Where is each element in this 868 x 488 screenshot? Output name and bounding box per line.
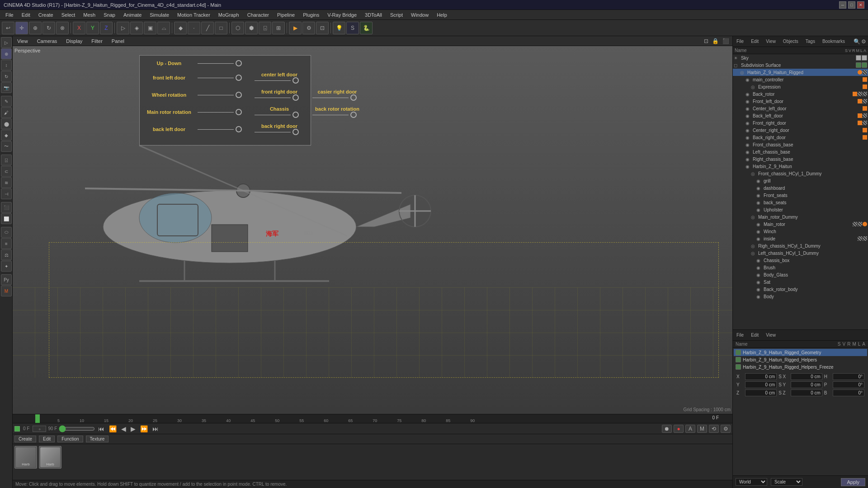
obj-item-upholster[interactable]: ◉ Upholster (733, 206, 868, 213)
menu-select[interactable]: Select (58, 11, 79, 19)
obj-search-icon[interactable]: 🔍 (854, 38, 860, 45)
obj-item-body-glass[interactable]: ◉ Body_Glass (733, 271, 868, 278)
ctrl-wheelrotation-slider[interactable] (198, 92, 242, 98)
tool-magnet[interactable]: ⊂ (1, 166, 12, 177)
attr-header-file[interactable]: File (735, 332, 745, 338)
scale-tool-button[interactable]: ⊕ (29, 22, 42, 34)
obj-item-back-left-door[interactable]: ◉ Back_left_door (733, 112, 868, 119)
tl-play-backward[interactable]: ◀ (120, 425, 127, 432)
tool-paint[interactable]: ⬤ (1, 118, 12, 129)
tool-spline[interactable]: 〜 (1, 141, 12, 152)
z-axis-button[interactable]: Z (100, 22, 113, 34)
restore-button[interactable]: □ (848, 1, 855, 9)
tl-settings-btn[interactable]: ⚙ (721, 425, 731, 433)
tl-play-forward[interactable]: ▶ (129, 425, 137, 432)
tl-next-frame[interactable]: ⏩ (139, 425, 149, 432)
menu-simulate[interactable]: Simulate (146, 11, 173, 19)
menu-motiontracker[interactable]: Motion Tracker (174, 11, 214, 19)
obj-item-front-chassis-dummy[interactable]: ◎ Front_chassis_HCyl_1_Dummy (733, 170, 868, 177)
tool-python[interactable]: Py (1, 274, 12, 285)
tool-selection[interactable]: ▷ (1, 37, 12, 48)
menu-3dtoall[interactable]: 3DToAll (361, 11, 386, 19)
attr-field-sz[interactable] (791, 389, 822, 396)
vp-lock-icon[interactable]: 🔒 (711, 38, 720, 45)
edges-btn[interactable]: ╱ (201, 22, 214, 34)
material-btn[interactable]: S (346, 22, 359, 34)
obj-header-view[interactable]: View (764, 38, 778, 45)
tl-prev-frame[interactable]: ⏪ (108, 425, 118, 432)
attr-field-sy[interactable] (791, 381, 822, 388)
bevel-btn[interactable]: ⬢ (245, 22, 258, 34)
bt-edit-btn[interactable]: Edit (39, 436, 55, 442)
ctrl-chassis-slider[interactable] (255, 112, 304, 118)
attr-field-p[interactable] (833, 381, 864, 388)
obj-item-front-right-door[interactable]: ◉ Front_right_door (733, 119, 868, 127)
vp-menu-cameras[interactable]: Cameras (34, 38, 60, 45)
obj-item-harbin-z9[interactable]: ◉ Harbin_Z_9_Haitun (733, 163, 868, 170)
menu-plugins[interactable]: Plugins (299, 11, 323, 19)
live-select-btn[interactable]: ◈ (130, 22, 143, 34)
loop-sel-btn[interactable]: ⊞ (272, 22, 285, 34)
ctrl-backrightdoor-slider[interactable] (255, 129, 304, 135)
ctrl-casierrightdoor-slider[interactable] (312, 94, 362, 101)
lasso-btn[interactable]: ⌓ (157, 22, 170, 34)
obj-item-sky[interactable]: ☀ Sky (733, 54, 868, 61)
tool-smooth[interactable]: ≋ (1, 177, 12, 188)
ctrl-backleftdoor-slider[interactable] (198, 126, 242, 132)
attr-world-select[interactable]: World (736, 478, 767, 486)
obj-header-file[interactable]: File (735, 38, 745, 45)
obj-item-inside[interactable]: ◉ inside (733, 235, 868, 242)
menu-create[interactable]: Create (35, 11, 57, 19)
vp-menu-filter[interactable]: Filter (89, 38, 105, 45)
attr-field-x[interactable] (745, 373, 777, 380)
minimize-button[interactable]: ─ (839, 1, 846, 9)
tool-mirror[interactable]: ⊣ (1, 188, 12, 199)
obj-item-winch[interactable]: ◉ Winch (733, 228, 868, 235)
obj-item-right-chassis[interactable]: ◉ Right_chassis_base (733, 155, 868, 163)
ctrl-frontrightdoor-slider[interactable] (255, 94, 304, 101)
menu-vray[interactable]: V-Ray Bridge (324, 11, 360, 19)
obj-header-edit[interactable]: Edit (749, 38, 760, 45)
poly-mode-btn[interactable]: □ (215, 22, 227, 34)
obj-item-sat[interactable]: ◉ Sat (733, 278, 868, 286)
tool-polygon[interactable]: ◆ (1, 130, 12, 141)
tool-maxon[interactable]: M (1, 286, 12, 296)
tl-loop-btn[interactable]: ⟲ (709, 425, 719, 433)
tool-scale[interactable]: ↕ (1, 60, 12, 70)
tool-texture[interactable]: ⬛ (1, 202, 12, 213)
x-axis-button[interactable]: X (73, 22, 85, 34)
menu-animate[interactable]: Animate (120, 11, 145, 19)
obj-item-back-right-door[interactable]: ◉ Back_right_door (733, 134, 868, 141)
tl-autokey-btn[interactable]: A (685, 425, 695, 433)
obj-item-grill[interactable]: ◉ grill (733, 177, 868, 184)
attr-item-helpers[interactable]: Harbin_Z_9_Haitun_Rigged_Helpers (734, 356, 867, 363)
menu-help[interactable]: Help (433, 11, 451, 19)
attr-field-b[interactable] (833, 389, 864, 396)
render-region-btn[interactable]: ⊡ (316, 22, 329, 34)
tl-motion-btn[interactable]: M (697, 425, 707, 433)
menu-mograph[interactable]: MoGraph (215, 11, 243, 19)
obj-header-objects[interactable]: Objects (781, 38, 800, 45)
tl-scrubber[interactable] (59, 425, 95, 432)
obj-item-front-chassis[interactable]: ◉ Front_chassis_base (733, 141, 868, 148)
attr-field-y[interactable] (745, 381, 777, 388)
tl-record-btn[interactable]: ⏺ (662, 425, 672, 433)
bt-create-btn[interactable]: Create (14, 436, 36, 442)
obj-filter-icon[interactable]: ⚙ (861, 38, 866, 45)
tool-rotate[interactable]: ↻ (1, 71, 12, 82)
points-btn[interactable]: · (188, 22, 200, 34)
tool-weight[interactable]: ⚖ (1, 249, 12, 260)
rotate-tool-button[interactable]: ↻ (42, 22, 55, 34)
menu-snap[interactable]: Snap (100, 11, 119, 19)
obj-item-main-controller[interactable]: ◉ main_controller (733, 76, 868, 83)
vp-maximize-icon[interactable]: ⬛ (721, 38, 731, 45)
timeline-position-marker[interactable] (35, 414, 40, 423)
polygon-btn[interactable]: ◆ (174, 22, 187, 34)
obj-item-back-seats[interactable]: ◉ back_seats (733, 199, 868, 206)
obj-item-center-left-door[interactable]: ◉ Center_left_door (733, 105, 868, 112)
tool-pen[interactable]: ✎ (1, 96, 12, 107)
tool-joint[interactable]: ✦ (1, 261, 12, 272)
tool-hair[interactable]: ≡ (1, 238, 12, 249)
rect-select-btn[interactable]: ▣ (144, 22, 156, 34)
menu-script[interactable]: Script (387, 11, 406, 19)
